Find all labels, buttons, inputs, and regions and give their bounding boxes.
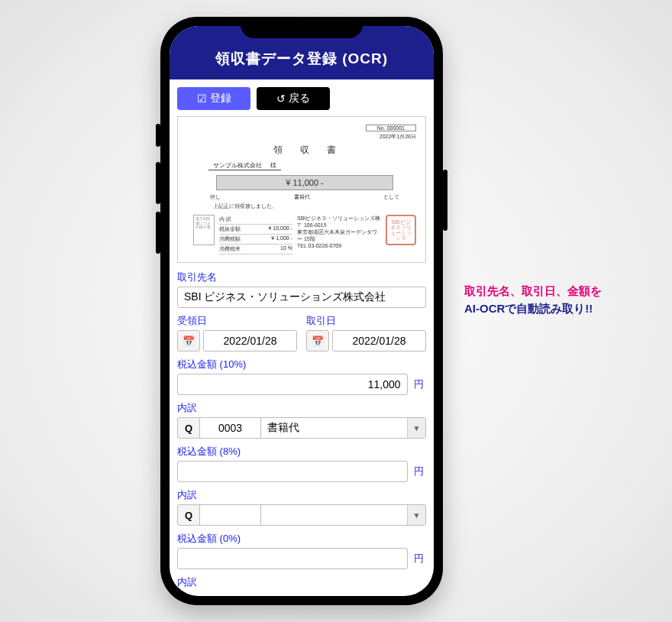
screen: 領収書データ登録 (OCR) ☑ 登録 ↺ 戻る No. 000001 2022… (170, 26, 434, 596)
receipt-preview: No. 000001 2022年1月28日 領 収 書 サンプル株式会社 様 ¥… (177, 116, 426, 263)
receipt-note: 上記正に領収致しました。 (213, 202, 416, 210)
amount8-input[interactable] (177, 461, 408, 482)
yen-unit: 円 (412, 377, 426, 391)
receipt-tadashi: 但し (210, 193, 221, 201)
receipt-r1a: 税抜金額 (219, 225, 241, 233)
callout-text: 取引先名、取引日、金額を AI-OCRで自動読み取り!! (464, 283, 602, 317)
register-button[interactable]: ☑ 登録 (177, 87, 250, 110)
receipt-issuer-addr: 東京都港区六本木泉ガーデンタワー 15階 (297, 228, 381, 242)
receipt-date: 2022年1月28日 (380, 134, 416, 139)
receipt-no: 000001 (387, 125, 405, 131)
breakdown8-label: 内訳 (177, 488, 426, 502)
yen-unit: 円 (412, 552, 426, 565)
amount10-input[interactable] (177, 374, 408, 395)
receipt-to-suffix: 様 (270, 162, 276, 169)
receipt-issuer-name: SBIビジネス・ソリューションズ株 (297, 215, 381, 222)
partner-label: 取引先名 (177, 271, 426, 284)
back-button-label: 戻る (289, 92, 310, 105)
txn-date-label: 取引日 (306, 314, 426, 328)
receipt-r3b: 10 % (280, 245, 292, 253)
check-icon: ☑ (197, 92, 207, 105)
phone-frame: 領収書データ登録 (OCR) ☑ 登録 ↺ 戻る No. 000001 2022… (160, 17, 443, 605)
toolbar: ☑ 登録 ↺ 戻る (170, 79, 434, 115)
phone-side-button (156, 212, 160, 254)
receipt-issuer-tel: TEL 03-0228-0709 (297, 242, 381, 249)
breakdown10-label: 内訳 (177, 401, 426, 415)
receipt-issuer-zip: 〒 106-6015 (297, 222, 381, 228)
receipt-no-label: No. (377, 125, 386, 131)
receipt-r2a: 消費税額 (219, 235, 241, 243)
receive-date-label: 受領日 (177, 314, 297, 328)
breakdown10-code-input[interactable] (200, 417, 261, 439)
receipt-issuer: SBIビジネス・ソリューションズ株 〒 106-6015 東京都港区六本木泉ガー… (297, 215, 381, 249)
receipt-r1b: ¥ 10,000 - (268, 225, 292, 233)
receipt-to: サンプル株式会社 (213, 162, 262, 169)
receipt-item: 書籍代 (294, 193, 310, 201)
phone-side-button (156, 124, 160, 147)
receipt-r2b: ¥ 1,000 - (271, 235, 292, 243)
breakdown8-select[interactable] (261, 504, 426, 526)
callout-line2: AI-OCRで自動読み取り!! (464, 300, 602, 318)
back-icon: ↺ (276, 92, 286, 105)
callout-line1: 取引先名、取引日、金額を (464, 283, 602, 300)
txn-date-input[interactable] (332, 330, 426, 351)
partner-input[interactable] (177, 287, 426, 308)
amount10-label: 税込金額 (10%) (177, 358, 426, 371)
receipt-stamp-area: 電子領収書につき印紙不要 (193, 215, 215, 245)
breakdown10-select[interactable] (261, 417, 426, 439)
calendar-icon[interactable]: 📅 (306, 330, 329, 351)
phone-side-button (443, 170, 447, 231)
phone-side-button (156, 162, 160, 204)
register-button-label: 登録 (210, 92, 231, 105)
receipt-toshite: として (383, 193, 399, 201)
calendar-icon[interactable]: 📅 (177, 330, 200, 351)
receipt-amount: ¥ 11,000 - (216, 175, 393, 190)
search-icon[interactable]: Q (177, 417, 200, 439)
search-icon[interactable]: Q (177, 504, 200, 526)
yen-unit: 円 (412, 465, 426, 478)
amount0-input[interactable] (177, 548, 408, 569)
receipt-title: 領 収 書 (193, 144, 416, 157)
back-button[interactable]: ↺ 戻る (257, 87, 330, 110)
amount0-label: 税込金額 (0%) (177, 532, 426, 546)
page-title: 領収書データ登録 (OCR) (170, 26, 434, 79)
receipt-breakdown-table: 内 訳 税抜金額¥ 10,000 - 消費税額¥ 1,000 - 消費税率10 … (219, 215, 292, 254)
receipt-r3a: 消費税率 (219, 245, 241, 253)
amount8-label: 税込金額 (8%) (177, 445, 426, 458)
receive-date-input[interactable] (203, 330, 297, 351)
breakdown0-label: 内訳 (177, 575, 426, 589)
receipt-seal: SBIビジネスソリューションズ (386, 215, 416, 245)
content-scroll[interactable]: No. 000001 2022年1月28日 領 収 書 サンプル株式会社 様 ¥… (170, 115, 434, 596)
breakdown8-code-input[interactable] (200, 504, 261, 526)
receipt-bt-head: 内 訳 (219, 215, 231, 223)
